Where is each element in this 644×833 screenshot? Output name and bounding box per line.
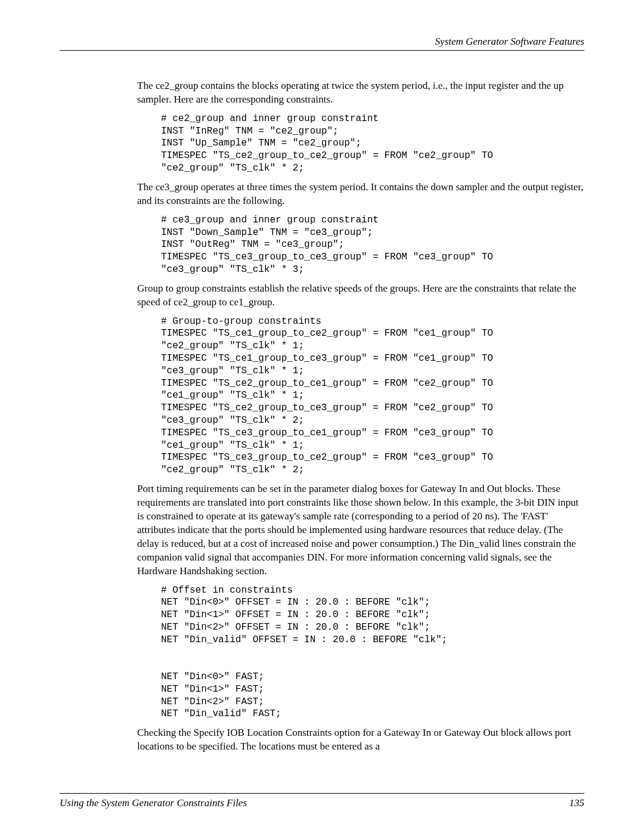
paragraph-1: The ce2_group contains the blocks operat… [137,79,584,107]
footer-left: Using the System Generator Constraints F… [60,797,247,809]
page-number: 135 [569,797,585,809]
paragraph-3: Group to group constraints establish the… [137,282,584,309]
paragraph-4: Port timing requirements can be set in t… [137,482,584,578]
paragraph-5: Checking the Specify IOB Location Constr… [137,726,584,754]
main-content: The ce2_group contains the blocks operat… [137,79,584,754]
page: System Generator Software Features The c… [0,0,644,833]
code-block-1: # ce2_group and inner group constraint I… [161,113,584,175]
running-header: System Generator Software Features [60,36,584,51]
paragraph-2: The ce3_group operates at three times th… [137,181,584,208]
code-block-4: # Offset in constraints NET "Din<0>" OFF… [161,584,584,721]
code-block-3: # Group-to-group constraints TIMESPEC "T… [161,315,584,476]
header-title: System Generator Software Features [435,36,584,47]
footer: Using the System Generator Constraints F… [60,793,584,809]
code-block-2: # ce3_group and inner group constraint I… [161,214,584,276]
